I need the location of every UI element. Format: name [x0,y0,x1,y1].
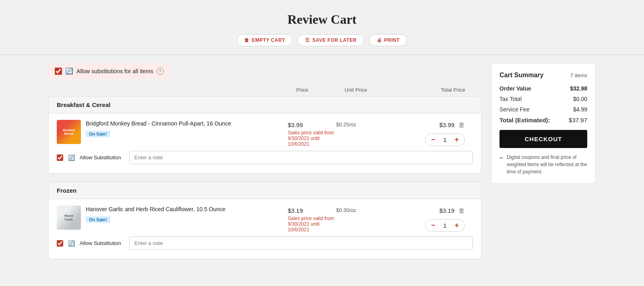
sidebar: Cart Summary 7 items Order Value $32.98 … [491,63,596,267]
item-substitution-row-1: 🔄 Allow Substitution [57,233,473,252]
refresh-icon: 🔄 [65,67,73,75]
total-label: Total (Estimated): [500,117,550,123]
coupon-note-text: Digital coupons and final price of weigh… [507,154,587,175]
header-actions: 🗑 EMPTY CART ☰ SAVE FOR LATER 🖨 PRINT [8,34,636,46]
allow-substitutions-all-checkbox[interactable] [55,68,62,75]
cart-summary-card: Cart Summary 7 items Order Value $32.98 … [491,63,596,184]
item-sale-text-0: Sales price valid from 9/30/2021 until 1… [288,130,336,147]
item-image-1: RicedCauli. [57,206,81,230]
item-image-0: MonkeyBread [57,120,81,144]
item-note-1-input[interactable] [129,237,473,250]
print-icon: 🖨 [377,37,382,43]
refresh-icon-0: 🔄 [68,154,75,161]
service-fee-row: Service Fee $4.99 [500,106,587,113]
page-title: Review Cart [8,12,636,27]
cart-summary-title: Cart Summary [500,72,543,79]
tax-value: $0.00 [573,96,587,102]
item-substitution-row-0: 🔄 Allow Substitution [57,147,473,167]
cart-item-row-0: MonkeyBread Bridgford Monkey Bread - Cin… [57,120,473,147]
qty-controls-1: − 1 + [425,219,465,232]
col-header-name [48,87,296,93]
checkout-button[interactable]: CHECKOUT [500,130,587,148]
item-total-qty-col-0: $3.99 🗑 − 1 + [400,120,473,146]
header-divider [0,54,644,55]
total-row: Total (Estimated): $37.97 [500,117,587,123]
cart-section: 🔄 Allow substitutions for all items ? Pr… [48,63,481,267]
item-price-0: $3.99 [288,120,336,128]
tax-row: Tax Total $0.00 [500,96,587,102]
item-price-col-0: $3.99 Sales price valid from 9/30/2021 u… [288,120,336,147]
col-header-unit-price: Unit Price [345,87,409,93]
total-value: $37.97 [569,117,587,123]
qty-controls-0: − 1 + [425,134,465,146]
order-value: $32.98 [570,85,587,92]
qty-increase-1-button[interactable]: + [454,221,460,230]
item-unit-price-0: $0.25/oz [336,120,400,128]
item-price-1: $3.19 [288,206,336,214]
print-button[interactable]: 🖨 PRINT [369,34,407,46]
coupon-note: ✂ Digital coupons and final price of wei… [500,154,587,175]
item-details-0: Bridgford Monkey Bread - Cinnamon Pull-A… [86,120,231,137]
qty-decrease-0-button[interactable]: − [430,136,436,144]
item-total-price-0: $3.99 [439,121,454,128]
item-unit-price-1: $0.30/oz [336,206,400,213]
substitution-all-label: Allow substitutions for all items [76,68,153,74]
on-sale-badge-0: On Sale! [86,131,110,137]
allow-substitution-1-label: Allow Substitution [80,240,121,246]
save-for-later-button[interactable]: ☰ SAVE FOR LATER [297,34,364,46]
item-total-price-1: $3.19 [439,207,454,214]
item-total-area-0: $3.99 🗑 [439,120,469,129]
help-icon[interactable]: ? [157,68,164,75]
qty-controls-area-1: − 1 + [425,219,469,232]
on-sale-badge-1: On Sale! [86,216,110,223]
item-details-1: Hanover Garlic and Herb Riced Cauliflowe… [86,206,225,223]
item-total-area-1: $3.19 🗑 [439,206,469,214]
item-note-0-input[interactable] [129,151,473,164]
item-total-qty-col-1: $3.19 🗑 − 1 + [400,206,473,232]
scissors-icon: ✂ [500,154,504,162]
item-info-0: MonkeyBread Bridgford Monkey Bread - Cin… [57,120,288,144]
allow-substitution-1-checkbox[interactable] [57,240,63,247]
category-frozen: Frozen RicedCauli. Hanover Garlic and He… [48,182,481,259]
col-header-total-price: Total Price [409,87,481,93]
qty-decrease-1-button[interactable]: − [430,221,436,230]
order-value-row: Order Value $32.98 [500,85,587,92]
allow-substitution-0-label: Allow Substitution [80,154,121,160]
item-name-0: Bridgford Monkey Bread - Cinnamon Pull-A… [86,120,231,128]
col-header-price: Price [296,87,345,93]
qty-controls-area-0: − 1 + [425,134,469,146]
cart-item-0: MonkeyBread Bridgford Monkey Bread - Cin… [49,113,481,173]
item-price-col-1: $3.19 Sales price valid from 9/30/2021 u… [288,206,336,233]
delete-item-0-button[interactable]: 🗑 [458,121,465,129]
delete-item-1-button[interactable]: 🗑 [458,207,465,214]
cart-items-count: 7 items [570,72,587,78]
cart-item-1: RicedCauli. Hanover Garlic and Herb Rice… [49,199,481,259]
empty-cart-button[interactable]: 🗑 EMPTY CART [237,34,293,46]
substitution-bar: 🔄 Allow substitutions for all items ? [48,63,170,79]
qty-value-0: 1 [441,136,449,143]
column-headers: Price Unit Price Total Price [48,85,481,96]
category-breakfast-cereal: Breakfast & Cereal MonkeyBread Bridgford… [48,96,481,174]
main-layout: 🔄 Allow substitutions for all items ? Pr… [32,63,612,284]
trash-icon: 🗑 [244,37,250,43]
item-info-1: RicedCauli. Hanover Garlic and Herb Rice… [57,206,288,230]
item-unit-price-col-0: $0.25/oz [336,120,400,128]
item-sale-text-1: Sales price valid from 9/30/2021 until 1… [288,216,336,233]
tax-label: Tax Total [500,96,522,102]
item-unit-price-col-1: $0.30/oz [336,206,400,213]
cart-item-row-1: RicedCauli. Hanover Garlic and Herb Rice… [57,206,473,233]
service-fee-label: Service Fee [500,106,530,113]
cart-summary-header: Cart Summary 7 items [500,72,587,79]
qty-increase-0-button[interactable]: + [454,136,460,144]
qty-value-1: 1 [441,222,449,229]
page-header: Review Cart 🗑 EMPTY CART ☰ SAVE FOR LATE… [0,0,644,54]
service-fee-value: $4.99 [573,106,587,113]
category-header-frozen: Frozen [49,182,481,199]
save-icon: ☰ [305,37,310,43]
item-name-1: Hanover Garlic and Herb Riced Cauliflowe… [86,206,225,214]
category-header-breakfast: Breakfast & Cereal [49,97,481,113]
allow-substitution-0-checkbox[interactable] [57,154,63,161]
refresh-icon-1: 🔄 [68,240,75,247]
order-value-label: Order Value [500,85,531,92]
